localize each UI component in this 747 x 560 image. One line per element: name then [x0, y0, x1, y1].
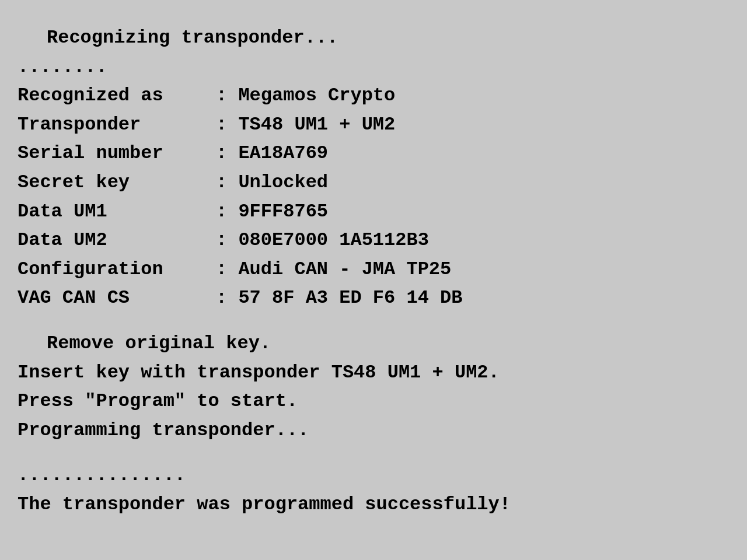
info-row: Secret key: Unlocked: [18, 168, 729, 197]
info-label: Secret key: [18, 168, 216, 197]
info-row: Data UM1: 9FFF8765: [18, 197, 729, 226]
info-label: Data UM2: [18, 226, 216, 255]
programming-text: Programming transponder...: [18, 416, 729, 445]
info-value: : Megamos Crypto: [216, 81, 729, 110]
info-row: VAG CAN CS: 57 8F A3 ED F6 14 DB: [18, 284, 729, 313]
info-value: : TS48 UM1 + UM2: [216, 110, 729, 139]
info-label: Data UM1: [18, 197, 216, 226]
info-row: Serial number: EA18A769: [18, 139, 729, 168]
insert-key-text: Insert key with transponder TS48 UM1 + U…: [18, 358, 729, 387]
dots-long: ...............: [18, 461, 729, 490]
info-value: : 57 8F A3 ED F6 14 DB: [216, 284, 729, 313]
success-text: The transponder was programmed successfu…: [18, 490, 729, 519]
remove-key-text: Remove original key.: [18, 329, 729, 358]
info-value: : 080E7000 1A5112B3: [216, 226, 729, 255]
info-row: Configuration: Audi CAN - JMA TP25: [18, 255, 729, 284]
info-label: VAG CAN CS: [18, 284, 216, 313]
recognizing-text: Recognizing transponder...: [18, 23, 729, 52]
info-label: Configuration: [18, 255, 216, 284]
info-row: Transponder: TS48 UM1 + UM2: [18, 110, 729, 139]
info-row: Recognized as: Megamos Crypto: [18, 81, 729, 110]
info-row: Data UM2: 080E7000 1A5112B3: [18, 226, 729, 255]
info-value: : EA18A769: [216, 139, 729, 168]
info-value: : Audi CAN - JMA TP25: [216, 255, 729, 284]
info-table: Recognized as: Megamos CryptoTransponder…: [18, 81, 729, 313]
main-container: Recognizing transponder... ........ Reco…: [0, 0, 747, 560]
info-label: Recognized as: [18, 81, 216, 110]
info-label: Serial number: [18, 139, 216, 168]
dots-short: ........: [18, 52, 729, 82]
info-value: : 9FFF8765: [216, 197, 729, 226]
info-label: Transponder: [18, 110, 216, 139]
info-value: : Unlocked: [216, 168, 729, 197]
press-program-text: Press "Program" to start.: [18, 387, 729, 416]
